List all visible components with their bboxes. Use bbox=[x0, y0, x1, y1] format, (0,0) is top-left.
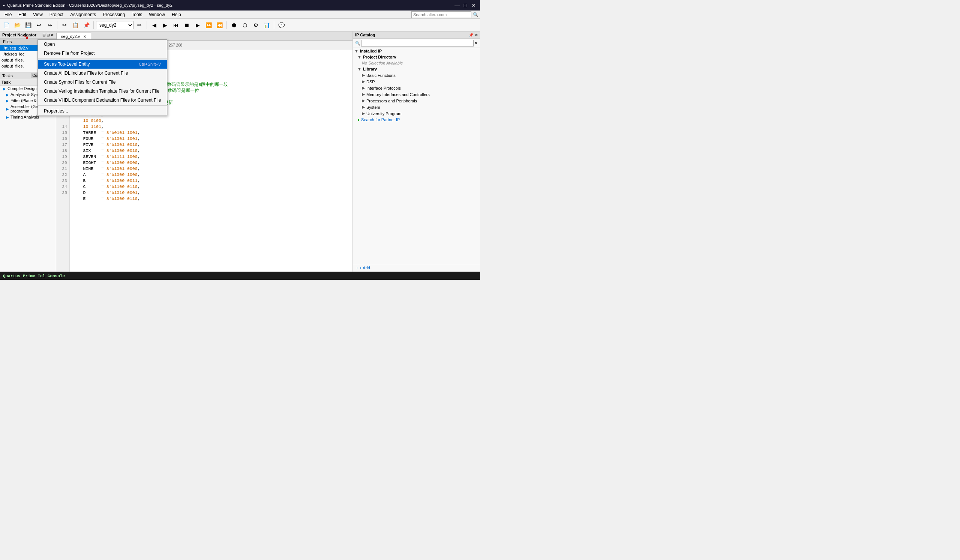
ctx-create-ahdl-label: Create AHDL Include Files for Current Fi… bbox=[44, 70, 128, 76]
menu-processing[interactable]: Processing bbox=[100, 11, 128, 18]
title-text: Quartus Prime Standard Edition - C:/User… bbox=[7, 3, 173, 8]
menu-file[interactable]: File bbox=[2, 11, 14, 18]
ctx-create-ahdl[interactable]: Create AHDL Include Files for Current Fi… bbox=[38, 69, 167, 78]
menu-window[interactable]: Window bbox=[146, 11, 168, 18]
compile-arrow-icon: ▶ bbox=[3, 86, 6, 91]
ip-node-system[interactable]: ▶ System bbox=[353, 104, 480, 110]
ip-node-partner-ip[interactable]: ● Search for Partner IP bbox=[353, 117, 480, 123]
ctx-properties-label: Properties... bbox=[44, 109, 68, 114]
editor-tab-label: seg_dy2.v bbox=[61, 34, 80, 38]
bottom-section: Quartus Prime Tcl Console tcl> All 🔴 ⚠ ▲… bbox=[0, 272, 480, 280]
menu-help[interactable]: Help bbox=[169, 11, 184, 18]
ip-node-university-program[interactable]: ▶ University Program bbox=[353, 110, 480, 117]
project-navigator-label: Project Navigator bbox=[2, 33, 36, 37]
new-file-button[interactable]: 📄 bbox=[2, 20, 11, 30]
system-label: System bbox=[366, 105, 380, 110]
node-btn[interactable]: ⬢ bbox=[229, 20, 239, 30]
save-button[interactable]: 💾 bbox=[23, 20, 33, 30]
ip-node-project-dir[interactable]: ▼ Project Directory bbox=[353, 54, 480, 60]
ctx-set-top-label: Set as Top-Level Entity bbox=[44, 61, 90, 67]
redo-button[interactable]: ↪ bbox=[45, 20, 55, 30]
ctx-remove[interactable]: Remove File from Project bbox=[38, 49, 167, 58]
menu-tools[interactable]: Tools bbox=[129, 11, 145, 18]
stop-btn[interactable]: ⏹ bbox=[182, 20, 192, 30]
toolbar-separator-5 bbox=[274, 21, 274, 29]
play-fast-btn[interactable]: ⏩ bbox=[204, 20, 213, 30]
installed-ip-label: Installed IP bbox=[360, 49, 382, 53]
right-panel: IP Catalog 📌 ✕ 🔍 ✕ ▼ Installed IP ▼ Proj… bbox=[352, 32, 480, 272]
paste-button[interactable]: 📌 bbox=[82, 20, 91, 30]
app-icon: ▪ bbox=[3, 2, 5, 8]
menu-view[interactable]: View bbox=[30, 11, 46, 18]
prev-arrow-btn[interactable]: ◀ bbox=[149, 20, 159, 30]
ctx-create-verilog[interactable]: Create Verilog Instantiation Template Fi… bbox=[38, 86, 167, 96]
toolbar-separator-1 bbox=[57, 21, 58, 29]
ctx-create-symbol[interactable]: Create Symbol Files for Current File bbox=[38, 78, 167, 86]
route-btn[interactable]: ⚙ bbox=[251, 20, 261, 30]
ip-node-interface-protocols[interactable]: ▶ Interface Protocols bbox=[353, 85, 480, 91]
dsp-label: DSP bbox=[366, 80, 375, 84]
rewind-btn[interactable]: ⏮ bbox=[171, 20, 181, 30]
ip-clear-icon[interactable]: ✕ bbox=[474, 41, 478, 46]
altera-search-input[interactable] bbox=[411, 11, 471, 18]
menu-assignments[interactable]: Assignments bbox=[67, 11, 99, 18]
processors-label: Processors and Peripherals bbox=[366, 99, 417, 103]
entity-select[interactable]: seg_dy2 bbox=[96, 21, 133, 29]
menu-project[interactable]: Project bbox=[46, 11, 66, 18]
ip-node-basic-functions[interactable]: ▶ Basic Functions bbox=[353, 72, 480, 78]
add-label[interactable]: + Add... bbox=[360, 266, 374, 270]
ip-add-bar[interactable]: + + Add... bbox=[353, 264, 480, 272]
play-btn[interactable]: ▶ bbox=[193, 20, 203, 30]
editor-tab-seg-dy2[interactable]: seg_dy2.v ✕ bbox=[56, 33, 91, 40]
minimize-button[interactable]: — bbox=[454, 2, 461, 9]
maximize-button[interactable]: □ bbox=[462, 2, 469, 9]
copy-button[interactable]: 📋 bbox=[70, 20, 80, 30]
open-file-button[interactable]: 📂 bbox=[12, 20, 22, 30]
undo-button[interactable]: ↩ bbox=[34, 20, 44, 30]
library-label: Library bbox=[363, 67, 377, 71]
ctx-create-verilog-label: Create Verilog Instantiation Template Fi… bbox=[44, 88, 159, 94]
ip-search-container: 🔍 ✕ bbox=[353, 38, 480, 48]
ctx-create-vhdl[interactable]: Create VHDL Component Declaration Files … bbox=[38, 96, 167, 105]
info-btn[interactable]: 💬 bbox=[276, 20, 286, 30]
ip-search-input[interactable] bbox=[361, 40, 474, 46]
ip-pin-icon[interactable]: 📌 bbox=[469, 33, 473, 37]
project-dir-arrow-icon: ▼ bbox=[357, 55, 362, 59]
menu-bar: File Edit View Project Assignments Proce… bbox=[0, 11, 480, 19]
ip-node-installed[interactable]: ▼ Installed IP bbox=[353, 48, 480, 54]
menu-edit[interactable]: Edit bbox=[15, 11, 29, 18]
ip-node-library[interactable]: ▼ Library bbox=[353, 66, 480, 72]
editor-tab-close-icon[interactable]: ✕ bbox=[83, 35, 86, 38]
ctx-set-top-shortcut: Ctrl+Shift+V bbox=[139, 62, 161, 66]
ip-node-memory-interfaces[interactable]: ▶ Memory Interfaces and Controllers bbox=[353, 91, 480, 98]
ip-catalog-label: IP Catalog bbox=[355, 33, 375, 37]
partner-ip-label: Search for Partner IP bbox=[361, 117, 400, 122]
ctx-remove-label: Remove File from Project bbox=[44, 51, 94, 56]
flow-btn[interactable]: ⬡ bbox=[240, 20, 250, 30]
ctx-set-top-level[interactable]: Set as Top-Level Entity Ctrl+Shift+V bbox=[38, 60, 167, 69]
ip-node-dsp[interactable]: ▶ DSP bbox=[353, 78, 480, 85]
analysis-arrow-icon: ▶ bbox=[6, 93, 9, 97]
toolbar-separator-3 bbox=[147, 21, 147, 29]
ip-node-processors[interactable]: ▶ Processors and Peripherals bbox=[353, 98, 480, 104]
close-button[interactable]: ✕ bbox=[470, 2, 477, 9]
edit-button[interactable]: ✏ bbox=[134, 20, 144, 30]
ctx-open[interactable]: Open bbox=[38, 40, 167, 49]
cut-button[interactable]: ✂ bbox=[60, 20, 69, 30]
back-btn[interactable]: ⏪ bbox=[214, 20, 224, 30]
ctx-properties[interactable]: Properties... bbox=[38, 107, 167, 115]
ip-catalog-controls: 📌 ✕ bbox=[469, 33, 478, 37]
ip-search-icon: 🔍 bbox=[355, 41, 360, 46]
next-arrow-btn[interactable]: ▶ bbox=[160, 20, 170, 30]
library-arrow-icon: ▼ bbox=[357, 67, 362, 71]
dsp-arrow-icon: ▶ bbox=[362, 79, 365, 84]
system-arrow-icon: ▶ bbox=[362, 105, 365, 110]
partner-ip-dot-icon: ● bbox=[357, 118, 360, 122]
tcl-console[interactable]: Quartus Prime Tcl Console tcl> bbox=[0, 272, 480, 280]
search-altera-icon: 🔍 bbox=[473, 12, 478, 17]
ip-close-icon[interactable]: ✕ bbox=[475, 33, 478, 37]
analyze-btn[interactable]: 📊 bbox=[262, 20, 272, 30]
tcl-console-header: Quartus Prime Tcl Console bbox=[3, 274, 477, 278]
ctx-open-label: Open bbox=[44, 42, 55, 47]
university-program-arrow-icon: ▶ bbox=[362, 111, 365, 116]
